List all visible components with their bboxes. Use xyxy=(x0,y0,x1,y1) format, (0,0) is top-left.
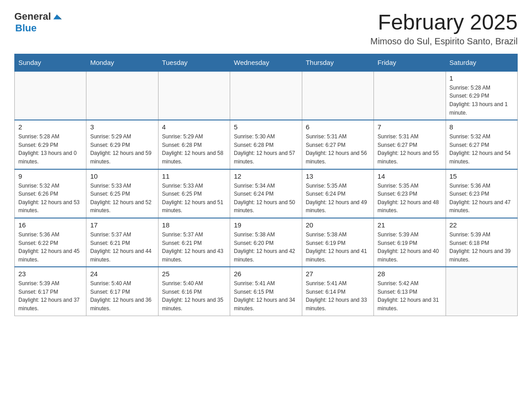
calendar-cell: 25Sunrise: 5:40 AMSunset: 6:16 PMDayligh… xyxy=(158,267,230,316)
calendar-cell: 5Sunrise: 5:30 AMSunset: 6:28 PMDaylight… xyxy=(230,120,302,169)
calendar-cell: 12Sunrise: 5:34 AMSunset: 6:24 PMDayligh… xyxy=(230,169,302,218)
day-info: Sunrise: 5:38 AMSunset: 6:19 PMDaylight:… xyxy=(306,231,370,264)
day-info: Sunrise: 5:36 AMSunset: 6:23 PMDaylight:… xyxy=(450,182,514,215)
location-title: Mimoso do Sul, Espirito Santo, Brazil xyxy=(370,36,518,47)
title-block: February 2025 Mimoso do Sul, Espirito Sa… xyxy=(370,11,518,47)
day-number: 16 xyxy=(18,221,82,229)
calendar-cell: 16Sunrise: 5:36 AMSunset: 6:22 PMDayligh… xyxy=(15,218,86,267)
calendar-cell xyxy=(230,71,302,120)
calendar-cell: 26Sunrise: 5:41 AMSunset: 6:15 PMDayligh… xyxy=(230,267,302,316)
day-info: Sunrise: 5:33 AMSunset: 6:25 PMDaylight:… xyxy=(90,182,154,215)
day-of-week-header: Friday xyxy=(374,54,446,71)
calendar-cell: 3Sunrise: 5:29 AMSunset: 6:29 PMDaylight… xyxy=(86,120,158,169)
day-info: Sunrise: 5:28 AMSunset: 6:29 PMDaylight:… xyxy=(450,84,514,117)
day-number: 23 xyxy=(18,270,82,278)
day-number: 6 xyxy=(306,123,370,131)
day-info: Sunrise: 5:30 AMSunset: 6:28 PMDaylight:… xyxy=(234,133,298,166)
calendar-cell: 22Sunrise: 5:39 AMSunset: 6:18 PMDayligh… xyxy=(446,218,517,267)
calendar-cell: 13Sunrise: 5:35 AMSunset: 6:24 PMDayligh… xyxy=(302,169,373,218)
calendar-cell: 8Sunrise: 5:32 AMSunset: 6:27 PMDaylight… xyxy=(446,120,517,169)
calendar-cell: 18Sunrise: 5:37 AMSunset: 6:21 PMDayligh… xyxy=(158,218,230,267)
day-number: 5 xyxy=(234,123,298,131)
day-info: Sunrise: 5:32 AMSunset: 6:26 PMDaylight:… xyxy=(18,182,82,215)
logo-general: General xyxy=(14,11,51,22)
calendar-cell xyxy=(15,71,86,120)
day-of-week-header: Wednesday xyxy=(230,54,302,71)
day-info: Sunrise: 5:33 AMSunset: 6:25 PMDaylight:… xyxy=(162,182,226,215)
calendar-cell: 28Sunrise: 5:42 AMSunset: 6:13 PMDayligh… xyxy=(374,267,446,316)
svg-marker-0 xyxy=(53,14,60,19)
calendar-cell xyxy=(158,71,230,120)
day-number: 25 xyxy=(162,270,226,278)
calendar-cell: 17Sunrise: 5:37 AMSunset: 6:21 PMDayligh… xyxy=(86,218,158,267)
day-number: 9 xyxy=(18,172,82,180)
day-of-week-header: Thursday xyxy=(302,54,373,71)
day-number: 19 xyxy=(234,221,298,229)
calendar-cell: 14Sunrise: 5:35 AMSunset: 6:23 PMDayligh… xyxy=(374,169,446,218)
calendar-cell xyxy=(446,267,517,316)
calendar-cell xyxy=(302,71,373,120)
day-info: Sunrise: 5:31 AMSunset: 6:27 PMDaylight:… xyxy=(306,133,370,166)
day-info: Sunrise: 5:39 AMSunset: 6:17 PMDaylight:… xyxy=(18,279,82,313)
day-number: 17 xyxy=(90,221,154,229)
day-number: 13 xyxy=(306,172,370,180)
calendar-cell: 2Sunrise: 5:28 AMSunset: 6:29 PMDaylight… xyxy=(15,120,86,169)
logo: General Blue xyxy=(14,11,62,34)
day-of-week-header: Sunday xyxy=(15,54,86,71)
day-info: Sunrise: 5:35 AMSunset: 6:24 PMDaylight:… xyxy=(306,182,370,215)
calendar-cell: 21Sunrise: 5:39 AMSunset: 6:19 PMDayligh… xyxy=(374,218,446,267)
day-number: 3 xyxy=(90,123,154,131)
day-number: 10 xyxy=(90,172,154,180)
day-number: 11 xyxy=(162,172,226,180)
day-info: Sunrise: 5:41 AMSunset: 6:15 PMDaylight:… xyxy=(234,279,298,313)
day-number: 28 xyxy=(378,270,442,278)
day-info: Sunrise: 5:34 AMSunset: 6:24 PMDaylight:… xyxy=(234,182,298,215)
day-info: Sunrise: 5:39 AMSunset: 6:19 PMDaylight:… xyxy=(378,231,442,264)
day-info: Sunrise: 5:29 AMSunset: 6:29 PMDaylight:… xyxy=(90,133,154,166)
day-info: Sunrise: 5:42 AMSunset: 6:13 PMDaylight:… xyxy=(378,279,442,313)
day-number: 20 xyxy=(306,221,370,229)
day-of-week-header: Saturday xyxy=(446,54,517,71)
day-info: Sunrise: 5:41 AMSunset: 6:14 PMDaylight:… xyxy=(306,279,370,313)
day-number: 7 xyxy=(378,123,442,131)
day-info: Sunrise: 5:36 AMSunset: 6:22 PMDaylight:… xyxy=(18,231,82,264)
month-title: February 2025 xyxy=(370,11,518,34)
calendar-cell: 23Sunrise: 5:39 AMSunset: 6:17 PMDayligh… xyxy=(15,267,86,316)
calendar-cell: 19Sunrise: 5:38 AMSunset: 6:20 PMDayligh… xyxy=(230,218,302,267)
day-info: Sunrise: 5:35 AMSunset: 6:23 PMDaylight:… xyxy=(378,182,442,215)
day-number: 2 xyxy=(18,123,82,131)
calendar-cell: 1Sunrise: 5:28 AMSunset: 6:29 PMDaylight… xyxy=(446,71,517,120)
calendar-cell: 10Sunrise: 5:33 AMSunset: 6:25 PMDayligh… xyxy=(86,169,158,218)
day-info: Sunrise: 5:28 AMSunset: 6:29 PMDaylight:… xyxy=(18,133,82,166)
calendar-cell: 11Sunrise: 5:33 AMSunset: 6:25 PMDayligh… xyxy=(158,169,230,218)
page-header: General Blue February 2025 Mimoso do Sul… xyxy=(14,11,518,47)
day-info: Sunrise: 5:29 AMSunset: 6:28 PMDaylight:… xyxy=(162,133,226,166)
day-number: 8 xyxy=(450,123,514,131)
day-number: 22 xyxy=(450,221,514,229)
day-info: Sunrise: 5:32 AMSunset: 6:27 PMDaylight:… xyxy=(450,133,514,166)
calendar-cell: 20Sunrise: 5:38 AMSunset: 6:19 PMDayligh… xyxy=(302,218,373,267)
calendar-table: SundayMondayTuesdayWednesdayThursdayFrid… xyxy=(14,54,518,316)
day-info: Sunrise: 5:37 AMSunset: 6:21 PMDaylight:… xyxy=(162,231,226,264)
day-number: 24 xyxy=(90,270,154,278)
calendar-cell: 4Sunrise: 5:29 AMSunset: 6:28 PMDaylight… xyxy=(158,120,230,169)
calendar-cell: 7Sunrise: 5:31 AMSunset: 6:27 PMDaylight… xyxy=(374,120,446,169)
calendar-cell: 9Sunrise: 5:32 AMSunset: 6:26 PMDaylight… xyxy=(15,169,86,218)
day-of-week-header: Monday xyxy=(86,54,158,71)
day-info: Sunrise: 5:31 AMSunset: 6:27 PMDaylight:… xyxy=(378,133,442,166)
logo-icon xyxy=(52,12,62,21)
day-info: Sunrise: 5:40 AMSunset: 6:17 PMDaylight:… xyxy=(90,279,154,313)
logo-blue: Blue xyxy=(15,22,37,34)
day-number: 12 xyxy=(234,172,298,180)
calendar-cell: 15Sunrise: 5:36 AMSunset: 6:23 PMDayligh… xyxy=(446,169,517,218)
day-info: Sunrise: 5:38 AMSunset: 6:20 PMDaylight:… xyxy=(234,231,298,264)
day-number: 26 xyxy=(234,270,298,278)
calendar-cell: 6Sunrise: 5:31 AMSunset: 6:27 PMDaylight… xyxy=(302,120,373,169)
day-number: 14 xyxy=(378,172,442,180)
day-number: 15 xyxy=(450,172,514,180)
day-number: 1 xyxy=(450,74,514,82)
calendar-cell xyxy=(374,71,446,120)
calendar-cell: 27Sunrise: 5:41 AMSunset: 6:14 PMDayligh… xyxy=(302,267,373,316)
day-of-week-header: Tuesday xyxy=(158,54,230,71)
day-number: 27 xyxy=(306,270,370,278)
